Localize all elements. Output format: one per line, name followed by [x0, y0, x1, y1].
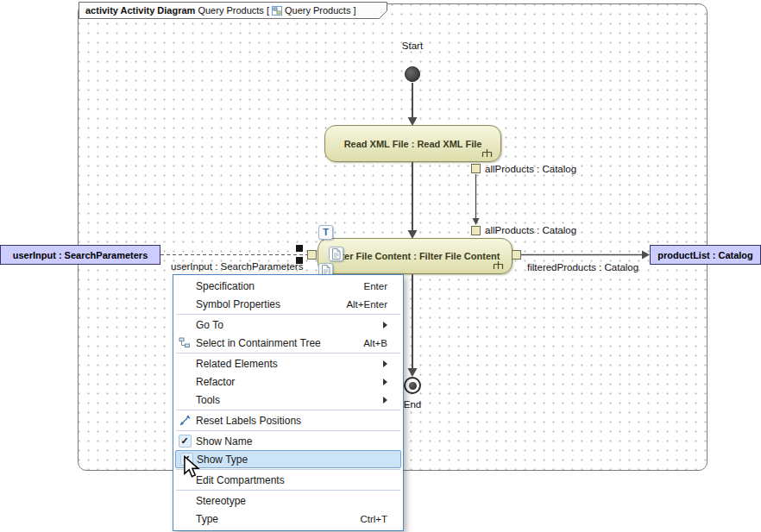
submenu-arrow-icon	[383, 397, 387, 404]
context-menu: Specification Enter Symbol Properties Al…	[173, 274, 404, 531]
initial-node[interactable]	[405, 66, 420, 82]
containment-tree-icon	[173, 337, 196, 348]
activity-final-node[interactable]	[404, 377, 421, 394]
menu-item-symbol-properties[interactable]: Symbol Properties Alt+Enter	[173, 295, 403, 313]
selection-handle[interactable]	[296, 245, 303, 252]
text-tool-button[interactable]: T	[318, 225, 333, 240]
menu-item-related-elements[interactable]: Related Elements	[173, 354, 403, 372]
shortcut: Alt+Enter	[346, 299, 398, 310]
frame-keyword: activity Activity Diagram	[85, 5, 195, 16]
action-read-xml-file[interactable]: Read XML File : Read XML File	[324, 125, 501, 162]
menu-separator	[176, 469, 400, 470]
parameter-label: userInput : SearchParameters	[13, 250, 148, 260]
menu-separator	[176, 314, 400, 315]
menu-separator	[176, 410, 400, 410]
reset-labels-icon	[173, 415, 196, 426]
submenu-arrow-icon	[383, 322, 387, 329]
diagram-icon	[272, 6, 282, 16]
shortcut: Ctrl+T	[360, 514, 398, 524]
pin-label-allproducts[interactable]: allProducts : Catalog	[485, 225, 576, 235]
start-node-label[interactable]: Start	[387, 41, 438, 51]
menu-item-select-in-containment-tree[interactable]: Select in Containment Tree Alt+B	[173, 334, 403, 352]
menu-item-specification[interactable]: Specification Enter	[173, 277, 403, 295]
action-label: Read XML File : Read XML File	[344, 139, 482, 149]
parameter-node-userinput[interactable]: userInput : SearchParameters	[0, 245, 160, 265]
pin-label-allproducts[interactable]: allProducts : Catalog	[485, 164, 576, 174]
frame-header[interactable]: activity Activity Diagram Query Products…	[85, 5, 356, 16]
menu-item-show-type[interactable]: ✓ Show Type	[175, 450, 401, 468]
shortcut: Alt+B	[363, 338, 398, 348]
submenu-arrow-icon	[383, 379, 387, 385]
document-icon	[331, 248, 341, 260]
parameter-node-productlist[interactable]: productList : Catalog	[650, 245, 761, 265]
output-pin-filteredproducts[interactable]	[512, 250, 521, 260]
specification-button[interactable]	[329, 247, 343, 261]
checkmark-icon: ✓	[179, 435, 192, 448]
shortcut: Enter	[364, 281, 399, 291]
diagram-canvas: activity Activity Diagram Query Products…	[0, 0, 761, 532]
edge-label-userinput[interactable]: userInput : SearchParameters	[171, 261, 303, 272]
input-pin-allproducts[interactable]	[471, 226, 481, 235]
menu-separator	[176, 353, 400, 354]
selection-handle[interactable]	[296, 257, 303, 264]
menu-item-refactor[interactable]: Refactor	[173, 372, 403, 391]
frame-name: Query Products [	[198, 5, 269, 16]
input-pin-userinput[interactable]	[307, 250, 317, 260]
menu-item-go-to[interactable]: Go To	[173, 316, 403, 334]
output-pin-allproducts[interactable]	[471, 164, 481, 173]
final-node-dot	[409, 382, 417, 390]
mouse-cursor	[183, 455, 200, 479]
rake-icon	[493, 261, 504, 270]
action-filter-file-content[interactable]: Filter File Content : Filter File Conten…	[318, 238, 513, 274]
menu-item-edit-compartments[interactable]: Edit Compartments	[173, 471, 403, 489]
action-label: Filter File Content : Filter File Conten…	[330, 251, 500, 261]
menu-separator	[176, 490, 400, 491]
menu-item-show-name[interactable]: ✓ Show Name	[173, 432, 403, 450]
menu-separator	[176, 430, 400, 431]
parameter-label: productList : Catalog	[657, 250, 753, 260]
text-tool-icon: T	[323, 228, 329, 237]
menu-item-reset-labels-positions[interactable]: Reset Labels Positions	[173, 411, 403, 429]
menu-item-stereotype[interactable]: Stereotype	[173, 491, 403, 510]
frame-ref: Query Products ]	[285, 5, 356, 16]
submenu-arrow-icon	[383, 360, 387, 367]
pin-label-filteredproducts[interactable]: filteredProducts : Catalog	[527, 262, 638, 272]
menu-item-type[interactable]: Type Ctrl+T	[173, 510, 403, 528]
menu-item-tools[interactable]: Tools	[173, 391, 403, 409]
rake-icon	[481, 149, 493, 158]
